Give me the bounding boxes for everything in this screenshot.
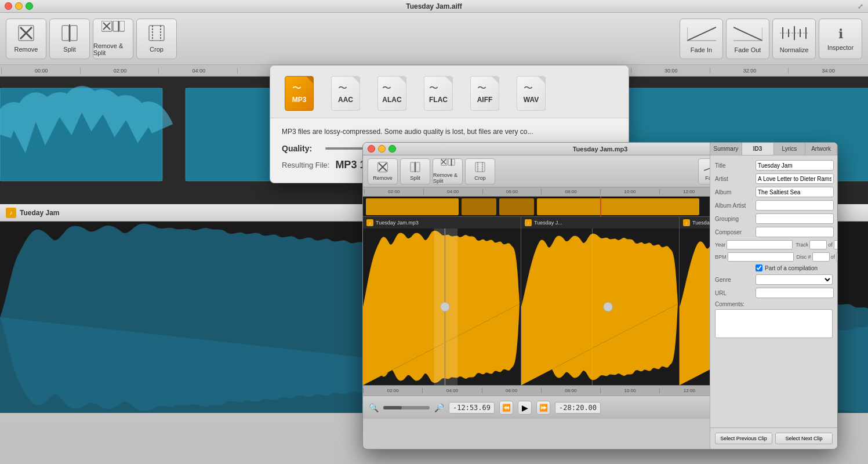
grouping-input[interactable]: [756, 213, 834, 224]
aac-label: AAC: [338, 96, 353, 104]
rewind-button[interactable]: ⏪: [499, 401, 513, 415]
inner-waveform-1[interactable]: [363, 229, 521, 385]
alac-wave-icon: 〜: [382, 82, 401, 95]
export-description: MP3 files are lossy-compressed. Some aud…: [282, 127, 617, 137]
track-input[interactable]: [809, 240, 827, 249]
inner-ruler-mark: 04:00: [423, 189, 482, 194]
format-mp3[interactable]: 〜 MP3: [279, 74, 319, 112]
disc-of-label: of: [831, 254, 836, 260]
url-input[interactable]: [756, 288, 834, 298]
comments-textarea[interactable]: [715, 309, 833, 338]
track-of-input[interactable]: [834, 240, 837, 249]
select-next-clip-button[interactable]: Select Next Clip: [775, 433, 833, 444]
inner-maximize-button[interactable]: [388, 145, 396, 153]
disc-input[interactable]: [812, 252, 830, 262]
time-left: -12:53.69: [449, 402, 495, 414]
genre-select[interactable]: [756, 274, 833, 285]
remove-split-button[interactable]: Remove & Split: [93, 19, 133, 59]
title-field-row: Title: [715, 160, 833, 171]
inner-close-button[interactable]: [368, 145, 375, 153]
url-field-row: URL: [715, 288, 833, 298]
export-formats: 〜 MP3 〜 AAC: [270, 66, 629, 118]
zoom-slider[interactable]: [383, 406, 430, 409]
ruler-mark: 02:00: [80, 68, 159, 74]
inner-split-icon: [410, 162, 420, 174]
album-artist-input[interactable]: [756, 200, 834, 211]
maximize-button[interactable]: [26, 2, 33, 10]
toolbar-right: Fade In Fade Out: [680, 19, 862, 59]
format-flac[interactable]: 〜 FLAC: [418, 74, 459, 112]
inspector-tab-id3[interactable]: ID3: [742, 143, 774, 155]
track-field: Track of: [796, 240, 837, 249]
bpm-disc-row: BPM Disc # of: [715, 252, 833, 262]
inner-remove-split-icon: [441, 159, 455, 171]
play-button[interactable]: ▶: [518, 401, 532, 415]
remove-button[interactable]: Remove: [6, 19, 46, 59]
split-label: Split: [63, 46, 75, 53]
inner-track-1[interactable]: ♪ Tuesday Jam.mp3: [363, 217, 521, 385]
artist-input[interactable]: [756, 173, 834, 184]
svg-rect-55: [462, 198, 496, 215]
compilation-checkbox[interactable]: [756, 264, 762, 271]
inspector-button[interactable]: ℹ Inspector: [819, 19, 862, 59]
year-track-row: Year Track of: [715, 240, 833, 249]
disc-of-input[interactable]: [836, 252, 837, 262]
remove-split-icon: [101, 21, 125, 40]
svg-point-62: [440, 302, 449, 311]
inner-split-button[interactable]: Split: [400, 158, 430, 184]
inspector-tab-lyrics[interactable]: Lyrics: [774, 143, 806, 155]
year-field: Year: [715, 240, 793, 249]
inner-ruler-mark-bot: 06:00: [482, 388, 541, 393]
inspector-tab-artwork[interactable]: Artwork: [805, 143, 837, 155]
fade-in-button[interactable]: Fade In: [680, 19, 723, 59]
flac-label: FLAC: [429, 96, 448, 104]
format-aiff[interactable]: 〜 AIFF: [464, 74, 505, 112]
ruler-mark: 00:00: [1, 68, 80, 74]
split-icon: [61, 24, 78, 44]
crop-button[interactable]: Crop: [136, 19, 177, 59]
crop-icon: [148, 24, 165, 44]
window-title: Tuesday Jam.aiff: [406, 2, 462, 10]
wav-label: WAV: [524, 96, 539, 104]
composer-input[interactable]: [756, 227, 834, 237]
minimize-button[interactable]: [15, 2, 23, 10]
expand-icon[interactable]: ⤢: [858, 2, 863, 10]
remove-icon: [17, 24, 35, 44]
year-input[interactable]: [727, 240, 793, 249]
ruler-mark: 30:00: [631, 68, 710, 74]
bpm-label: BPM: [715, 254, 727, 260]
album-input[interactable]: [756, 187, 834, 197]
inspector-tabs: Summary ID3 Lyrics Artwork: [710, 143, 837, 155]
format-aac[interactable]: 〜 AAC: [325, 74, 366, 112]
title-input[interactable]: [756, 160, 834, 171]
flac-wave-icon: 〜: [429, 82, 448, 95]
fast-forward-button[interactable]: ⏩: [536, 401, 550, 415]
inspector-tab-summary[interactable]: Summary: [710, 143, 742, 155]
inner-crop-button[interactable]: Crop: [465, 158, 495, 184]
inner-remove-label: Remove: [373, 175, 393, 181]
zoom-icon: 🔎: [434, 403, 444, 412]
normalize-button[interactable]: Normalize: [772, 19, 816, 59]
fade-out-button[interactable]: Fade Out: [726, 19, 769, 59]
format-wav[interactable]: 〜 WAV: [511, 74, 551, 112]
grouping-field-row: Grouping: [715, 213, 833, 224]
inner-track-2[interactable]: ♪ Tuesday J...: [521, 217, 680, 385]
inner-remove-split-button[interactable]: Remove & Split: [433, 158, 463, 184]
inner-remove-button[interactable]: Remove: [368, 158, 398, 184]
ruler-mark: 32:00: [710, 68, 789, 74]
main-window: Tuesday Jam.aiff ⤢ Remove Spl: [0, 0, 868, 464]
remove-label: Remove: [14, 46, 38, 53]
select-previous-clip-button[interactable]: Select Previous Clip: [715, 433, 772, 444]
alac-label: ALAC: [382, 96, 401, 104]
inner-minimize-button[interactable]: [378, 145, 386, 153]
svg-point-65: [604, 302, 613, 311]
inner-waveform-2[interactable]: [521, 229, 679, 385]
format-alac[interactable]: 〜 ALAC: [372, 74, 412, 112]
bpm-input[interactable]: [728, 252, 794, 262]
track-label: Track: [796, 242, 808, 248]
track-icon: ♪: [6, 208, 16, 218]
inspector-footer: Select Previous Clip Select Next Clip: [710, 427, 837, 449]
split-button[interactable]: Split: [49, 19, 90, 59]
album-field-label: Album: [715, 189, 756, 195]
close-button[interactable]: [5, 2, 12, 10]
